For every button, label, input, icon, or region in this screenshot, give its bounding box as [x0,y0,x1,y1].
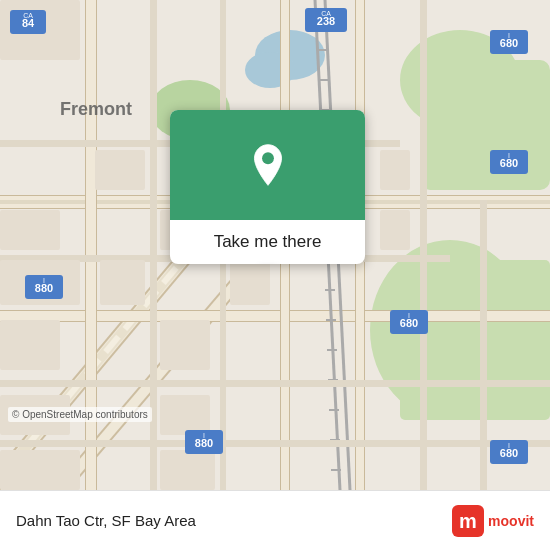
svg-point-94 [262,152,274,164]
svg-text:I: I [43,277,45,284]
svg-rect-4 [420,60,550,190]
moovit-brand-label: moovit [488,513,534,529]
bottom-bar: Dahn Tao Ctr, SF Bay Area m moovit [0,490,550,550]
svg-rect-47 [0,380,550,387]
svg-rect-60 [160,320,210,370]
map-view: 84 CA 238 CA 680 I 680 I 680 I 880 I 880… [0,0,550,490]
svg-text:CA: CA [23,12,33,19]
svg-rect-52 [480,200,487,490]
svg-text:I: I [203,432,205,439]
svg-rect-55 [0,210,60,250]
svg-rect-58 [100,260,145,305]
take-me-there-label[interactable]: Take me there [170,220,365,264]
svg-rect-66 [230,260,270,305]
popup-green-header [170,110,365,220]
svg-text:m: m [459,510,477,532]
svg-rect-62 [160,395,210,435]
location-name: Dahn Tao Ctr, SF Bay Area [16,512,196,529]
svg-rect-67 [380,150,410,190]
svg-rect-48 [0,440,550,447]
svg-text:I: I [508,152,510,159]
svg-text:I: I [508,442,510,449]
location-pin-icon [246,143,290,187]
copyright-label: © OpenStreetMap contributors [8,407,152,422]
svg-text:CA: CA [321,10,331,17]
svg-text:Fremont: Fremont [60,99,132,119]
svg-rect-68 [380,210,410,250]
moovit-m-icon: m [452,505,484,537]
svg-rect-20 [0,311,550,321]
svg-text:I: I [408,312,410,319]
svg-rect-63 [0,450,80,490]
moovit-logo[interactable]: m moovit [452,505,534,537]
svg-rect-59 [0,320,60,370]
svg-text:I: I [508,32,510,39]
svg-rect-54 [95,150,145,190]
svg-rect-51 [420,0,427,490]
take-me-there-popup[interactable]: Take me there [170,110,365,264]
svg-rect-64 [160,450,215,490]
